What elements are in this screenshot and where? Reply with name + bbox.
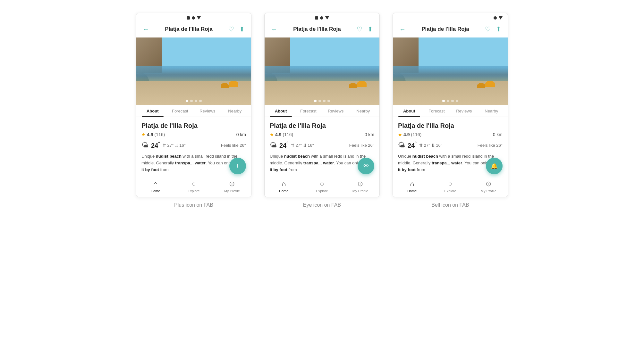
tab-reviews-3[interactable]: Reviews [450,105,478,117]
temp-main-2: 24° [279,141,288,149]
tab-forecast-2[interactable]: Forecast [295,105,322,117]
home-label-1: Home [151,189,160,193]
tab-about-2[interactable]: About [267,105,295,117]
rating-count-1: (116) [154,132,165,137]
nav-home-1[interactable]: ⌂ Home [136,180,174,193]
tab-forecast-1[interactable]: Forecast [166,105,194,117]
fab-bell[interactable]: 🔔 [486,158,503,174]
nav-profile-3[interactable]: ⊙ My Profile [470,180,508,193]
share-icon-1[interactable]: ⬆ [238,24,246,34]
beach-umbrella-3 [485,81,495,87]
header-title-1: Platja de l'Illa Roja [150,26,227,32]
tabs-1: About Forecast Reviews Nearby [136,105,251,117]
dot-1-1[interactable] [190,100,193,102]
dot-1-3[interactable] [447,100,449,102]
beach-image-2 [265,37,379,105]
tab-about-1[interactable]: About [139,105,166,117]
dot-0-1[interactable] [186,100,188,102]
tab-reviews-2[interactable]: Reviews [322,105,350,117]
tab-forecast-3[interactable]: Forecast [423,105,451,117]
nav-profile-2[interactable]: ⊙ My Profile [341,180,379,193]
bottom-nav-1: ⌂ Home ○ Explore ⊙ My Profile [136,177,251,197]
explore-label-1: Explore [188,189,199,193]
dot-0-3[interactable] [442,100,445,102]
beach-image-3 [393,37,508,105]
nav-profile-1[interactable]: ⊙ My Profile [213,180,251,193]
back-button-2[interactable]: ← [270,24,279,34]
tab-reviews-1[interactable]: Reviews [194,105,221,117]
star-icon-3: ★ [398,132,402,137]
rating-count-2: (116) [283,132,293,137]
rating-left-1: ★ 4.9 (116) [141,132,165,137]
status-icon-2 [192,16,195,20]
favorite-icon-3[interactable]: ♡ [484,24,492,34]
nav-explore-1[interactable]: ○ Explore [174,180,213,193]
feels-like-2: Feels like 26° [349,143,374,148]
home-icon-3: ⌂ [410,180,414,188]
nav-home-3[interactable]: ⌂ Home [393,180,431,193]
back-button-3[interactable]: ← [398,24,407,34]
distance-1: 0 km [236,132,246,137]
beach-name-1: Platja de l'Illa Roja [141,122,246,129]
caption-eye: Eye icon on FAB [303,202,341,208]
favorite-icon-1[interactable]: ♡ [227,24,235,34]
dot-3-2[interactable] [327,100,330,102]
tab-nearby-3[interactable]: Nearby [478,105,505,117]
phone-frame-eye: ← Platja de l'Illa Roja ♡ ⬆ [264,13,380,197]
beach-umbrella-2-1 [221,83,229,88]
header-actions-3: ♡ ⬆ [484,24,503,34]
dot-0-2[interactable] [314,100,317,102]
nav-explore-2[interactable]: ○ Explore [303,180,341,193]
star-icon-1: ★ [141,132,146,137]
share-icon-3[interactable]: ⬆ [495,24,503,34]
temp-range-1: ⇈ 27° ⇊ 16° [163,143,186,148]
fab-eye[interactable]: 👁 [358,158,374,174]
tab-nearby-1[interactable]: Nearby [221,105,249,117]
beach-umbrella-2b [349,83,357,88]
bottom-nav-2: ⌂ Home ○ Explore ⊙ My Profile [265,177,379,197]
header-actions-2: ♡ ⬆ [355,24,374,34]
distance-3: 0 km [493,132,503,137]
dot-3-3[interactable] [456,100,458,102]
screen-bell: ← Platja de l'Illa Roja ♡ ⬆ [393,13,508,208]
carousel-dots-1 [186,100,202,102]
weather-row-2: 🌤 24° ⇈ 27° ⇊ 16° Feels like 26° [270,141,374,149]
nav-explore-3[interactable]: ○ Explore [431,180,469,193]
explore-label-2: Explore [316,189,328,193]
rating-row-3: ★ 4.9 (116) 0 km [398,132,503,137]
sun-icon-2: 🌤 [270,141,277,149]
beach-image-1 [136,37,251,105]
phone-frame-plus: ← Platja de l'Illa Roja ♡ ⬆ [136,13,251,197]
temp-range-2: ⇈ 27° ⇊ 16° [291,143,314,148]
favorite-icon-2[interactable]: ♡ [355,24,364,34]
dot-3-1[interactable] [199,100,202,102]
plus-icon: + [236,162,240,170]
share-icon-2[interactable]: ⬆ [366,24,374,34]
header-actions-1: ♡ ⬆ [227,24,246,34]
back-button-1[interactable]: ← [141,24,150,34]
beach-name-3: Platja de l'Illa Roja [398,122,503,129]
status-icon-3b [494,16,497,20]
header-title-2: Platja de l'Illa Roja [279,26,355,32]
status-icon-3c [499,16,503,20]
tab-nearby-2[interactable]: Nearby [350,105,377,117]
feels-like-3: Feels like 26° [478,143,503,148]
rating-row-1: ★ 4.9 (116) 0 km [141,132,246,137]
nav-home-2[interactable]: ⌂ Home [265,180,303,193]
temp-main-3: 24° [408,141,417,149]
explore-icon-3: ○ [448,180,452,188]
fab-plus[interactable]: + [229,158,246,174]
tab-about-3[interactable]: About [395,105,423,117]
home-icon-1: ⌂ [153,180,157,188]
dot-2-2[interactable] [323,100,326,102]
dot-2-1[interactable] [195,100,197,102]
dot-2-3[interactable] [451,100,454,102]
rating-left-3: ★ 4.9 (116) [398,132,421,137]
explore-label-3: Explore [444,189,456,193]
dot-1-2[interactable] [318,100,321,102]
weather-row-3: 🌤 24° ⇈ 27° ⇊ 16° Feels like 26° [398,141,503,149]
profile-icon-2: ⊙ [357,180,363,188]
header-title-3: Platja de l'Illa Roja [407,26,484,32]
eye-icon: 👁 [363,163,369,169]
caption-bell: Bell icon on FAB [431,202,469,208]
